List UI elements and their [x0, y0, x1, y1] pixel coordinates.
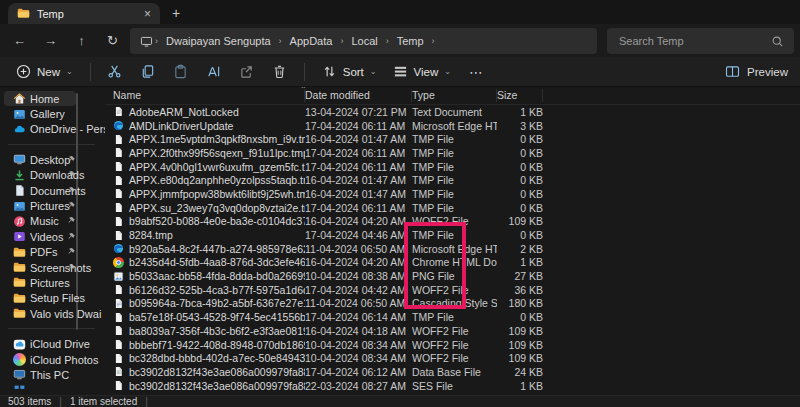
- css-icon: [113, 298, 124, 309]
- file-row[interactable]: APPX.4v0h0gl1vwr6uxufm_gzem5fc.tmp17-04-…: [105, 160, 800, 174]
- breadcrumb-item[interactable]: Temp: [391, 35, 430, 47]
- file-date-modified: 17-04-2024 06:11 AM: [305, 120, 412, 132]
- file-row[interactable]: APPX.e80dq2anphhe0yzolpss5taqb.tmp16-04-…: [105, 173, 800, 187]
- view-button-label: View: [414, 66, 439, 78]
- sidebar-item-gallery[interactable]: Gallery: [4, 106, 100, 121]
- file-name: b095964a-7bca-49b2-a5bf-6367e27e1e79.tmp: [113, 297, 305, 309]
- sidebar-item-setup-files[interactable]: Setup Files: [4, 291, 100, 306]
- share-button[interactable]: [232, 59, 262, 85]
- sidebar-item-icloud-drive[interactable]: iCloud Drive: [4, 336, 100, 351]
- file-row[interactable]: b5033aac-bb58-4fda-8dda-bd0a2669932f.tmp…: [105, 269, 800, 283]
- sidebar-item-label: Setup Files: [30, 292, 85, 304]
- file-row[interactable]: APPX.jmmfpopw38bwkt6libt9j25wh.tmp16-04-…: [105, 187, 800, 201]
- cut-button[interactable]: [100, 59, 130, 85]
- file-row[interactable]: APPX.1me5vptdm3qpkf8nxsbm_i9v.tmp16-04-2…: [105, 132, 800, 146]
- column-header-date-modified[interactable]: Date modified: [305, 89, 412, 102]
- file-type: TMP File: [412, 311, 497, 323]
- file-row[interactable]: bbbebf71-9422-408d-8948-070db18691c9.tm.…: [105, 338, 800, 352]
- file-size: 0 KB: [497, 202, 543, 214]
- breadcrumb-item[interactable]: AppData: [284, 35, 339, 47]
- file-date-modified: 17-04-2024 06:11 AM: [305, 202, 412, 214]
- breadcrumb[interactable]: ›Dwaipayan Sengupta›AppData›Local›Temp›: [130, 28, 597, 54]
- file-row[interactable]: APPX.2f0thx99f56sqexn_f91u1lpc.tmp17-04-…: [105, 146, 800, 160]
- sidebar-item-screenshots[interactable]: Screenshots: [4, 260, 100, 275]
- onedrive-icon: [13, 123, 26, 136]
- file-row[interactable]: b9abf520-b088-4e0e-ba3e-c0104dc3749d.tmp…: [105, 215, 800, 229]
- file-row[interactable]: APPX.su_23wey7q3vq0dop8vztai2e.tmp17-04-…: [105, 201, 800, 215]
- sidebar-item-music[interactable]: Music: [4, 214, 100, 229]
- file-row[interactable]: 8284.tmp17-04-2024 04:46 AMTMP File0 KB: [105, 228, 800, 242]
- breadcrumb-item[interactable]: Dwaipayan Sengupta: [160, 35, 277, 47]
- refresh-button[interactable]: ↻: [97, 27, 128, 55]
- sidebar-item-pictures[interactable]: Pictures: [4, 275, 100, 290]
- view-list-icon: [393, 64, 408, 79]
- sidebar-item-label: Valo vids Dwai: [30, 308, 101, 320]
- file-row[interactable]: bc3902d8132f43e3ae086a009979fa88.db.ses2…: [105, 379, 800, 393]
- sidebar-item-videos[interactable]: Videos: [4, 229, 100, 244]
- file-size: 24 KB: [497, 366, 543, 378]
- column-header-type[interactable]: Type: [412, 89, 497, 102]
- delete-button[interactable]: [265, 59, 295, 85]
- file-type: WOFF2 File: [412, 215, 497, 227]
- file-size: 1 KB: [497, 380, 543, 392]
- tab-temp[interactable]: Temp ×: [8, 3, 160, 24]
- file-row[interactable]: b2435d4d-5fdb-4aa8-876d-3dc3efe46be9.tmp…: [105, 256, 800, 270]
- sidebar-item-icloud-photos[interactable]: iCloud Photos: [4, 352, 100, 367]
- file-row[interactable]: bc3902d8132f43e3ae086a009979fa8817-04-20…: [105, 365, 800, 379]
- new-button[interactable]: New ⌄: [8, 59, 81, 85]
- tab-label: Temp: [37, 8, 64, 20]
- this-pc-icon: [13, 368, 26, 381]
- more-options-button[interactable]: ⋯: [459, 64, 494, 80]
- plus-circle-icon: [16, 64, 31, 79]
- column-header-size[interactable]: Size: [497, 89, 543, 102]
- toolbar-divider: [90, 63, 91, 81]
- file-row[interactable]: AdobeARM_NotLocked13-04-2024 07:21 PMTex…: [105, 105, 800, 119]
- file-date-modified: 16-04-2024 01:47 AM: [305, 188, 412, 200]
- rename-button[interactable]: [199, 59, 229, 85]
- file-date-modified: 17-04-2024 04:46 AM: [305, 229, 412, 241]
- navigation-bar: ← → ↑ ↻ ›Dwaipayan Sengupta›AppData›Loca…: [0, 24, 800, 57]
- file-name: ba8039a7-356f-4b3c-b6f2-e3f3ae081944.tmp…: [113, 325, 305, 337]
- copy-button[interactable]: [133, 59, 163, 85]
- sidebar-item-partial[interactable]: [4, 383, 100, 395]
- image-icon: [113, 271, 124, 282]
- page-icon: [113, 188, 124, 199]
- sidebar-item-pdfs[interactable]: PDFs: [4, 245, 100, 260]
- sort-button[interactable]: Sort ⌄: [314, 59, 385, 85]
- paste-button[interactable]: [166, 59, 196, 85]
- sidebar-item-desktop[interactable]: Desktop: [4, 152, 100, 167]
- sidebar-item-home[interactable]: Home: [4, 91, 76, 106]
- preview-label: Preview: [747, 66, 788, 78]
- file-row[interactable]: bc328dbd-bbbd-402d-a7ec-50e8494314dc.tm.…: [105, 351, 800, 365]
- sidebar-item-downloads[interactable]: Downloads: [4, 168, 100, 183]
- tab-close-icon[interactable]: ×: [144, 8, 151, 20]
- new-tab-button[interactable]: +: [166, 3, 186, 23]
- file-row[interactable]: b095964a-7bca-49b2-a5bf-6367e27e1e79.tmp…: [105, 297, 800, 311]
- breadcrumb-item[interactable]: Local: [345, 35, 383, 47]
- doc-icon: [113, 106, 124, 117]
- file-row[interactable]: b920a5a4-8c2f-447b-a274-985978e6298f.tmp…: [105, 242, 800, 256]
- file-row[interactable]: AMDLinkDriverUpdate17-04-2024 06:11 AMMi…: [105, 119, 800, 133]
- file-type: TMP File: [412, 229, 497, 241]
- sidebar-item-this-pc[interactable]: This PC: [4, 367, 100, 382]
- search-input[interactable]: Search Temp: [607, 28, 794, 54]
- file-row[interactable]: ba8039a7-356f-4b3c-b6f2-e3f3ae081944.tmp…: [105, 324, 800, 338]
- view-button[interactable]: View ⌄: [385, 59, 459, 85]
- file-name: APPX.2f0thx99f56sqexn_f91u1lpc.tmp: [113, 147, 305, 159]
- back-button[interactable]: ←: [4, 27, 35, 55]
- preview-toggle[interactable]: Preview: [725, 64, 788, 79]
- up-button[interactable]: ↑: [66, 27, 97, 55]
- file-row[interactable]: ba57e18f-0543-4528-9f74-5ec41556b1b2.tmp…: [105, 310, 800, 324]
- sidebar-item-onedrive-persor[interactable]: OneDrive - Persor: [4, 122, 100, 137]
- column-header-name[interactable]: Name: [113, 89, 305, 102]
- file-row[interactable]: b6126d32-525b-4ca3-b77f-5975a1d6de7d.tm.…: [105, 283, 800, 297]
- sort-arrows-icon: [322, 64, 337, 79]
- sidebar-item-pictures[interactable]: Pictures: [4, 198, 100, 213]
- selection-count: 1 item selected: [70, 396, 137, 407]
- sidebar-item-valo-vids-dwai[interactable]: Valo vids Dwai: [4, 306, 100, 321]
- page-icon: [113, 380, 124, 391]
- sidebar-item-documents[interactable]: Documents: [4, 183, 100, 198]
- sort-ascending-icon: ⌃: [300, 87, 307, 94]
- forward-button[interactable]: →: [35, 27, 66, 55]
- file-size: 1 KB: [497, 106, 543, 118]
